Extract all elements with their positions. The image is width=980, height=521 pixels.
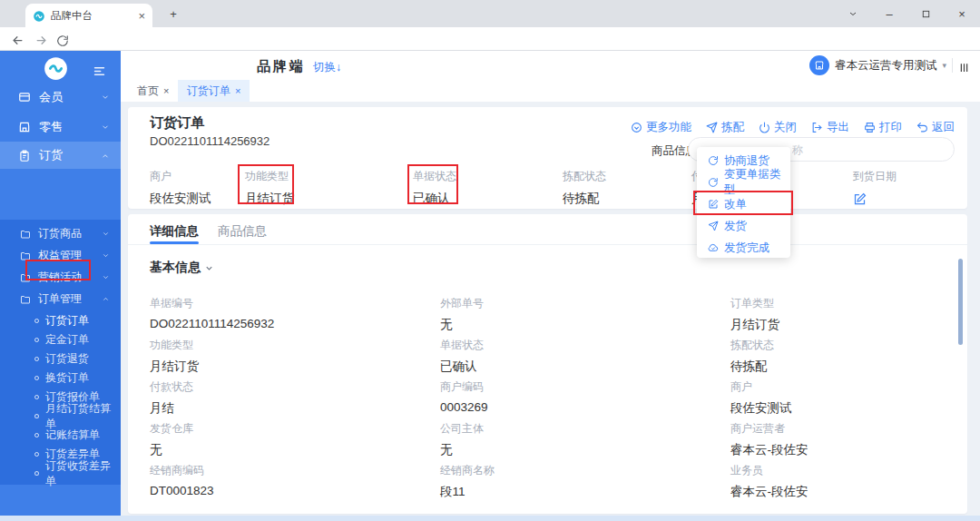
scrollbar-thumb[interactable] bbox=[958, 259, 963, 345]
sidebar-item-monthly-settlement[interactable]: 月结订货结算单 bbox=[0, 407, 121, 426]
field-dealer-name: 经销商名称段11 bbox=[440, 463, 730, 505]
brand-title: 品牌端 bbox=[257, 58, 306, 75]
switch-link[interactable]: 切换↓ bbox=[313, 60, 341, 75]
sidebar-group-label: 订单管理 bbox=[38, 291, 82, 307]
new-tab-button[interactable]: + bbox=[160, 0, 187, 27]
status-pick-state: 拣配状态待拣配 bbox=[563, 169, 606, 207]
browser-tab-title: 品牌中台 bbox=[51, 9, 132, 23]
layout-bars-icon[interactable] bbox=[957, 59, 971, 75]
sidebar-item-label: 订货退货 bbox=[45, 351, 89, 367]
basic-info-grid: 单据编号DO0221101114256932 外部单号无 订单类型月结订货 功能… bbox=[150, 296, 957, 505]
sidebar-item-exchange-order[interactable]: 换货订单 bbox=[0, 369, 121, 388]
field-pick-state: 拣配状态待拣配 bbox=[730, 338, 957, 379]
sidebar-item-deposit-order[interactable]: 定金订单 bbox=[0, 330, 121, 349]
field-function-type: 功能类型月结订货 bbox=[150, 338, 440, 379]
chevron-down-icon bbox=[102, 269, 110, 285]
print-button[interactable]: 打印 bbox=[864, 120, 902, 135]
pick-button[interactable]: 拣配 bbox=[706, 120, 744, 135]
bottom-strip bbox=[0, 516, 980, 521]
status-function-type: 功能类型月结订货 bbox=[245, 169, 294, 207]
menu-item-ship[interactable]: 发货 bbox=[697, 215, 790, 237]
chevron-down-icon bbox=[102, 247, 110, 263]
sidebar-item-label: 订货订单 bbox=[45, 313, 89, 329]
sidebar-item-member[interactable]: 会员 bbox=[0, 82, 121, 112]
menu-item-ship-complete[interactable]: 发货完成 bbox=[697, 237, 790, 259]
bullet-icon bbox=[34, 338, 39, 342]
close-order-button[interactable]: 关闭 bbox=[759, 120, 797, 135]
browser-url-bar: mop.reabam.com/mgr/?lodingTime=166727418… bbox=[0, 27, 980, 51]
section-basic-info[interactable]: 基本信息 bbox=[150, 260, 214, 276]
account-menu[interactable]: 睿本云运营专用测试 ▾ bbox=[809, 55, 946, 75]
sidebar-item-ordering[interactable]: 订货 bbox=[0, 142, 121, 169]
sidebar-item-booking-order[interactable]: 订货订单 bbox=[0, 311, 121, 330]
sidebar-item-receive-diff-order[interactable]: 订货收货差异单 bbox=[0, 464, 121, 483]
workspace-tab-bar: 首页 × 订货订单 × bbox=[121, 80, 980, 102]
sidebar-collapse-icon[interactable] bbox=[93, 63, 106, 79]
export-button[interactable]: 导出 bbox=[811, 120, 849, 135]
arrow-down-icon: ↓ bbox=[336, 61, 341, 74]
sidebar-group-ordering-goods[interactable]: 订货商品 bbox=[0, 222, 121, 244]
field-dealer-code: 经销商编码DT0001823 bbox=[150, 463, 440, 505]
tab-product-info[interactable]: 商品信息 bbox=[218, 223, 267, 240]
bullet-icon bbox=[34, 414, 39, 418]
sidebar-group-order-mgmt[interactable]: 订单管理 bbox=[0, 288, 121, 310]
tab-label: 订货订单 bbox=[187, 84, 230, 99]
close-icon[interactable]: × bbox=[163, 85, 169, 96]
sidebar-group-rights[interactable]: 权益管理 bbox=[0, 244, 121, 266]
bullet-icon bbox=[34, 319, 39, 323]
sidebar-item-booking-return[interactable]: 订货退货 bbox=[0, 349, 121, 369]
field-doc-number: 单据编号DO0221101114256932 bbox=[150, 296, 440, 338]
browser-forward-icon[interactable] bbox=[34, 32, 48, 48]
window-minimize-button[interactable]: – bbox=[876, 0, 903, 27]
tab-close-icon[interactable]: × bbox=[138, 9, 145, 23]
chevron-down-icon bbox=[101, 119, 110, 135]
tab-home[interactable]: 首页 × bbox=[128, 80, 178, 102]
chevron-up-icon bbox=[102, 290, 110, 307]
browser-tab-strip: 品牌中台 × + – × bbox=[0, 0, 980, 27]
browser-back-icon[interactable] bbox=[11, 32, 24, 48]
field-doc-state: 单据状态已确认 bbox=[440, 338, 730, 379]
more-functions-menu: 协商退货 变更单据类型 改单 发货 发货完成 bbox=[697, 147, 790, 258]
status-doc-state: 单据状态已确认 bbox=[413, 169, 456, 207]
edit-date-icon[interactable] bbox=[853, 191, 897, 207]
field-warehouse: 发货仓库无 bbox=[150, 421, 440, 463]
sidebar-item-label: 订货 bbox=[39, 147, 63, 163]
more-functions-button[interactable]: 更多功能 bbox=[631, 120, 691, 135]
app-header: 品牌端 切换↓ 睿本云运营专用测试 ▾ bbox=[121, 51, 980, 80]
browser-reload-icon[interactable] bbox=[56, 32, 69, 48]
sidebar-group-label: 订货商品 bbox=[38, 226, 82, 241]
favicon-icon bbox=[33, 7, 45, 24]
bullet-icon bbox=[34, 376, 39, 380]
sidebar-item-label: 会员 bbox=[39, 89, 63, 105]
window-close-button[interactable]: × bbox=[948, 0, 975, 27]
sidebar-group-marketing[interactable]: 营销活动 bbox=[0, 266, 121, 288]
clipboard-icon bbox=[18, 147, 31, 163]
chevron-up-icon bbox=[101, 147, 110, 163]
shop-icon bbox=[18, 119, 31, 135]
folder-icon bbox=[20, 269, 31, 285]
field-pay-state: 付款状态月结 bbox=[150, 379, 440, 421]
menu-item-change-doc-type[interactable]: 变更单据类型 bbox=[697, 172, 790, 193]
browser-tab[interactable]: 品牌中台 × bbox=[25, 4, 152, 27]
sidebar-item-label: 记账结算单 bbox=[45, 428, 100, 443]
close-icon[interactable]: × bbox=[235, 85, 240, 96]
caret-down-icon: ▾ bbox=[942, 61, 946, 70]
bullet-icon bbox=[34, 452, 39, 457]
window-maximize-button[interactable] bbox=[912, 0, 939, 27]
back-button[interactable]: 返回 bbox=[916, 120, 955, 135]
tab-booking-order[interactable]: 订货订单 × bbox=[178, 80, 250, 102]
app-logo-icon[interactable] bbox=[44, 56, 68, 81]
store-avatar-icon bbox=[809, 55, 829, 75]
sidebar-item-label: 零售 bbox=[39, 119, 63, 135]
tab-detail-info[interactable]: 详细信息 bbox=[150, 223, 199, 240]
sidebar-item-retail[interactable]: 零售 bbox=[0, 112, 121, 142]
tab-label: 首页 bbox=[137, 84, 159, 99]
divider bbox=[128, 244, 967, 245]
tab-search-chevron-icon[interactable] bbox=[839, 0, 867, 27]
sidebar-group-label: 权益管理 bbox=[38, 248, 82, 263]
bullet-icon bbox=[34, 357, 39, 361]
sidebar: 会员 零售 订货 订货商品 权益管理 bbox=[0, 51, 121, 521]
folder-icon bbox=[20, 225, 31, 241]
sidebar-group-label: 营销活动 bbox=[38, 270, 82, 285]
sidebar-item-account-settlement[interactable]: 记账结算单 bbox=[0, 426, 121, 445]
